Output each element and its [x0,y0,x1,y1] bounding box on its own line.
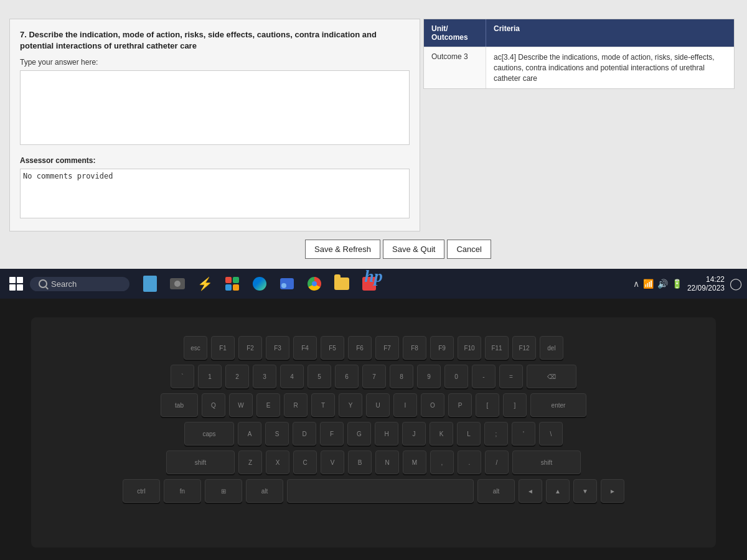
key-f9[interactable]: F9 [430,336,454,360]
key-5[interactable]: 5 [308,365,331,388]
key-f[interactable]: F [320,422,344,446]
key-f5[interactable]: F5 [321,336,344,360]
key-p[interactable]: P [448,393,472,417]
taskbar-app-folder[interactable] [329,271,355,297]
key-rshift[interactable]: shift [512,450,581,474]
key-k[interactable]: K [430,422,453,446]
taskbar-app-grid[interactable] [219,271,245,297]
key-f1[interactable]: F1 [211,336,235,360]
key-space[interactable] [287,479,474,503]
key-r[interactable]: R [284,393,308,417]
key-f6[interactable]: F6 [348,336,372,360]
key-rbracket[interactable]: ] [503,393,527,417]
key-f2[interactable]: F2 [238,336,262,360]
key-backslash[interactable]: \ [539,422,563,446]
key-2[interactable]: 2 [225,365,249,388]
key-enter[interactable]: enter [530,393,586,417]
key-tab[interactable]: tab [161,393,198,417]
key-minus[interactable]: - [472,365,496,388]
key-altgr[interactable]: alt [477,479,515,503]
key-a[interactable]: A [238,422,261,446]
key-f8[interactable]: F8 [403,336,426,360]
key-f3[interactable]: F3 [266,336,289,360]
wifi-icon[interactable]: 📶 [643,279,654,289]
key-caps[interactable]: caps [184,422,234,446]
key-w[interactable]: W [229,393,253,417]
battery-icon[interactable]: 🔋 [672,279,682,289]
key-ctrl[interactable]: ctrl [123,479,160,503]
key-o[interactable]: O [421,393,444,417]
key-j[interactable]: J [402,422,426,446]
key-down[interactable]: ▼ [573,479,597,503]
key-d[interactable]: D [293,422,316,446]
key-lshift[interactable]: shift [166,450,235,474]
key-4[interactable]: 4 [280,365,304,388]
key-g[interactable]: G [347,422,371,446]
key-left[interactable]: ◄ [519,479,542,503]
key-f4[interactable]: F4 [293,336,317,360]
start-button[interactable] [5,273,27,295]
key-fn[interactable]: fn [164,479,201,503]
key-e[interactable]: E [256,393,280,417]
criteria-header: Unit/ Outcomes Criteria [424,19,734,47]
key-y[interactable]: Y [339,393,362,417]
taskbar-app-camera[interactable] [164,271,190,297]
key-c[interactable]: C [293,450,317,474]
chevron-up-icon[interactable]: ∧ [633,279,639,289]
search-bar[interactable]: Search [30,277,129,291]
key-period[interactable]: . [458,450,481,474]
cancel-button[interactable]: Cancel [447,240,491,259]
key-lbracket[interactable]: [ [476,393,499,417]
save-refresh-button[interactable]: Save & Refresh [305,240,380,259]
taskbar-app-photo[interactable] [274,271,300,297]
key-quote[interactable]: ' [512,422,535,446]
key-backtick[interactable]: ` [171,365,194,388]
taskbar-app-file[interactable] [137,271,163,297]
key-f7[interactable]: F7 [375,336,399,360]
key-7[interactable]: 7 [362,365,386,388]
taskbar-app-chrome[interactable] [301,271,327,297]
key-u[interactable]: U [366,393,390,417]
key-right[interactable]: ► [601,479,624,503]
key-v[interactable]: V [321,450,344,474]
key-3[interactable]: 3 [253,365,276,388]
key-comma[interactable]: , [430,450,454,474]
windows-icon [9,277,23,291]
key-1[interactable]: 1 [198,365,222,388]
key-z[interactable]: Z [238,450,262,474]
key-i[interactable]: I [393,393,417,417]
speaker-icon[interactable]: 🔊 [657,279,668,289]
key-h[interactable]: H [375,422,398,446]
key-m[interactable]: M [403,450,426,474]
key-0[interactable]: 0 [444,365,468,388]
taskbar-app-flash[interactable]: ⚡ [192,271,218,297]
key-f10[interactable]: F10 [458,336,481,360]
key-l[interactable]: L [457,422,481,446]
key-equals[interactable]: = [499,365,523,388]
key-6[interactable]: 6 [335,365,359,388]
notification-icon[interactable]: ◯ [730,277,742,291]
key-q[interactable]: Q [202,393,225,417]
key-alt[interactable]: alt [246,479,283,503]
clock[interactable]: 14:22 22/09/2023 [687,275,725,292]
key-semicolon[interactable]: ; [484,422,508,446]
key-f11[interactable]: F11 [485,336,509,360]
key-slash[interactable]: / [485,450,509,474]
key-delete[interactable]: del [540,336,563,360]
key-backspace[interactable]: ⌫ [527,365,576,388]
key-x[interactable]: X [266,450,289,474]
assessor-textarea[interactable]: No comments provided [20,169,410,218]
key-9[interactable]: 9 [417,365,441,388]
key-up[interactable]: ▲ [546,479,570,503]
save-quit-button[interactable]: Save & Quit [383,240,444,259]
taskbar-app-edge[interactable] [247,271,273,297]
key-8[interactable]: 8 [390,365,413,388]
key-f12[interactable]: F12 [512,336,536,360]
key-b[interactable]: B [348,450,372,474]
key-esc[interactable]: esc [184,336,207,360]
answer-textarea[interactable] [20,70,410,145]
key-s[interactable]: S [265,422,289,446]
key-n[interactable]: N [375,450,399,474]
key-win[interactable]: ⊞ [205,479,242,503]
key-t[interactable]: T [311,393,335,417]
